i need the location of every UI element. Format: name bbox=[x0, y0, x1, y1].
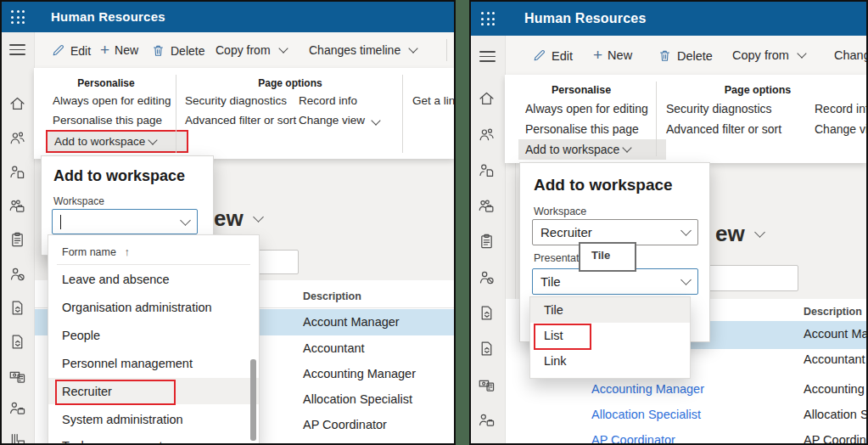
form-name-sort-header[interactable]: Form name ↑ bbox=[62, 246, 130, 258]
toolbar-divider bbox=[446, 39, 447, 61]
barcode-icon[interactable] bbox=[8, 431, 26, 445]
payroll-icon[interactable] bbox=[8, 367, 26, 385]
copy-from-button[interactable]: Copy from bbox=[732, 48, 805, 62]
home-icon[interactable] bbox=[478, 90, 496, 108]
table-row[interactable]: Allocation Specialist bbox=[303, 392, 412, 406]
clipboard-icon[interactable] bbox=[478, 233, 496, 251]
description-column-header[interactable]: Description bbox=[804, 306, 862, 318]
table-row[interactable]: Accountant bbox=[303, 341, 365, 355]
table-row[interactable]: Accounting Manager bbox=[303, 367, 416, 380]
table-row[interactable]: Account Manager bbox=[303, 315, 400, 329]
table-row-description: Account Manager bbox=[804, 327, 868, 341]
person-badge-icon[interactable] bbox=[478, 411, 496, 429]
copy-from-button[interactable]: Copy from bbox=[216, 43, 287, 57]
menu-item-advanced-filter[interactable]: Advanced filter or sort bbox=[666, 122, 781, 136]
menu-item-record-info[interactable]: Record info bbox=[299, 94, 357, 107]
list-divider bbox=[57, 264, 250, 265]
app-title: Human Resources bbox=[51, 9, 165, 24]
table-row-description: Accountant bbox=[804, 352, 865, 366]
edit-button[interactable]: Edit bbox=[51, 43, 91, 58]
page-options-flyout: Personalise Always open for editing Pers… bbox=[505, 75, 866, 163]
chevron-down-icon bbox=[180, 215, 191, 226]
menu-item-change-view[interactable]: Change view bbox=[299, 114, 379, 127]
person-blocked-icon[interactable] bbox=[478, 268, 496, 286]
list-item-recruiter[interactable]: Recruiter bbox=[62, 385, 112, 398]
right-screenshot-panel: Human Resources Edit + New Delete Copy f… bbox=[469, 0, 868, 445]
quick-filter-input[interactable] bbox=[705, 265, 798, 291]
list-item[interactable]: Organisation administration bbox=[62, 301, 212, 314]
list-item[interactable]: Personnel management bbox=[62, 357, 193, 370]
page-options-header: Page options bbox=[178, 77, 402, 89]
menu-item-advanced-filter[interactable]: Advanced filter or sort bbox=[185, 114, 296, 127]
chevron-down-icon[interactable] bbox=[253, 211, 264, 222]
list-item[interactable]: System administration bbox=[62, 413, 183, 426]
document-refresh-icon[interactable] bbox=[478, 340, 496, 358]
table-row-description: Accounting Manager bbox=[804, 382, 868, 396]
changes-timeline-button[interactable]: Changes timeline bbox=[309, 43, 417, 57]
new-button[interactable]: + New bbox=[593, 48, 632, 62]
group-briefcase-icon[interactable] bbox=[478, 197, 496, 215]
hamburger-menu-icon[interactable] bbox=[9, 44, 25, 55]
hamburger-menu-icon[interactable] bbox=[479, 51, 496, 62]
waffle-menu-icon[interactable] bbox=[11, 10, 25, 25]
person-blocked-icon[interactable] bbox=[8, 265, 26, 283]
list-item[interactable]: Task management bbox=[62, 439, 162, 445]
list-item[interactable]: People bbox=[62, 329, 100, 342]
chevron-down-icon bbox=[278, 43, 288, 53]
waffle-menu-icon[interactable] bbox=[481, 12, 496, 26]
menu-item-security-diagnostics[interactable]: Security diagnostics bbox=[185, 94, 287, 107]
team-icon[interactable] bbox=[478, 126, 496, 144]
presentation-combobox[interactable]: Tile bbox=[532, 268, 698, 295]
table-row-description: AP Coordinator bbox=[804, 433, 868, 445]
document-refresh-icon[interactable] bbox=[478, 304, 496, 322]
chevron-down-icon bbox=[797, 48, 806, 58]
menu-item-add-to-workspace[interactable]: Add to workspace bbox=[46, 130, 188, 153]
table-row[interactable]: AP Coordinator bbox=[303, 418, 387, 431]
person-file-icon[interactable] bbox=[8, 163, 26, 181]
workspace-combobox[interactable] bbox=[52, 209, 198, 234]
person-badge-icon[interactable] bbox=[8, 399, 26, 417]
delete-button[interactable]: Delete bbox=[658, 48, 713, 63]
list-item-link[interactable]: Link bbox=[544, 354, 567, 368]
menu-item-personalise-page[interactable]: Personalise this page bbox=[525, 122, 639, 136]
menu-item-always-open[interactable]: Always open for editing bbox=[53, 94, 171, 107]
page-options-header: Page options bbox=[656, 84, 860, 96]
team-icon[interactable] bbox=[8, 129, 26, 147]
changes-timeline-button[interactable]: Changes timeline bbox=[834, 48, 868, 62]
home-icon[interactable] bbox=[8, 95, 26, 113]
document-refresh-icon[interactable] bbox=[8, 333, 26, 351]
scrollbar-thumb[interactable] bbox=[250, 359, 256, 441]
page-title-fragment: ew bbox=[715, 221, 764, 247]
table-row-link[interactable]: AP Coordinator bbox=[591, 433, 675, 445]
personalise-header: Personalise bbox=[505, 84, 658, 96]
document-refresh-icon[interactable] bbox=[8, 299, 26, 317]
menu-item-add-to-workspace[interactable]: Add to workspace bbox=[518, 139, 666, 160]
delete-button[interactable]: Delete bbox=[151, 43, 204, 58]
menu-item-personalise-page[interactable]: Personalise this page bbox=[53, 114, 162, 127]
chevron-down-icon[interactable] bbox=[754, 227, 765, 238]
dialog-title: Add to workspace bbox=[53, 167, 185, 185]
table-row-link[interactable]: Accounting Manager bbox=[591, 382, 704, 396]
workspace-label: Workspace bbox=[53, 195, 104, 207]
nav-sidebar bbox=[2, 32, 35, 443]
menu-item-always-open[interactable]: Always open for editing bbox=[525, 102, 648, 115]
plus-icon: + bbox=[593, 49, 602, 61]
menu-item-change-view[interactable]: Change view bbox=[815, 122, 868, 136]
table-row-link[interactable]: Allocation Specialist bbox=[591, 408, 701, 421]
person-file-icon[interactable] bbox=[478, 161, 496, 179]
new-button[interactable]: + New bbox=[100, 43, 138, 57]
list-item[interactable]: Leave and absence bbox=[62, 273, 170, 286]
nav-sidebar bbox=[471, 36, 506, 443]
menu-item-record-info[interactable]: Record info bbox=[815, 102, 868, 115]
menu-item-get-a-link[interactable]: Get a link bbox=[412, 94, 456, 107]
clipboard-icon[interactable] bbox=[8, 231, 26, 249]
group-briefcase-icon[interactable] bbox=[8, 197, 26, 215]
list-item-list[interactable]: List bbox=[544, 329, 563, 342]
edit-button[interactable]: Edit bbox=[532, 48, 573, 63]
description-column-header[interactable]: Description bbox=[303, 290, 361, 302]
list-item-tile[interactable]: Tile bbox=[544, 303, 563, 317]
payroll-icon[interactable] bbox=[478, 375, 496, 393]
pencil-icon bbox=[51, 43, 65, 58]
chevron-down-icon bbox=[148, 135, 158, 144]
menu-item-security-diagnostics[interactable]: Security diagnostics bbox=[666, 102, 772, 115]
